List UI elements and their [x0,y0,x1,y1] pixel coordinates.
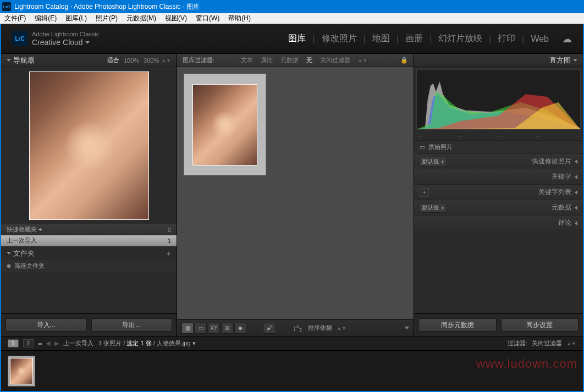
filter-lock-icon[interactable]: 🔒 [400,57,408,64]
sort-direction-icon[interactable]: ↕ª₂ [293,324,302,333]
menu-photo[interactable]: 照片(P) [91,13,122,24]
sort-label[interactable]: 排序依据 [308,324,332,332]
keyword-list-panel[interactable]: + 关键字列表 [414,184,583,200]
lrc-logo-icon: LrC [12,31,27,46]
menu-library[interactable]: 图库(L) [61,13,91,24]
filter-none-tab[interactable]: 无 [306,56,312,64]
panel-expand-icon[interactable] [575,221,577,225]
module-picker: 图库| 修改照片| 地图| 画册| 幻灯片放映| 打印| Web ☁ [284,31,572,47]
branding-line2: Creative Cloud [32,38,83,47]
module-web[interactable]: Web [526,32,553,46]
main-screen-button[interactable]: 1 [8,339,19,347]
filmstrip-thumb-image [10,358,33,384]
center-toolbar: ▦ ▭ XY ⊞ ☻ 🖌 ↕ª₂ 排序依据 ▲▼ [177,319,414,336]
collection-name: 上一次导入 [7,236,37,245]
filmstrip-filter-label: 过滤器: [508,339,527,347]
quick-develop-panel[interactable]: 默认值▲▼ 快速修改照片 [414,153,583,169]
filter-bar-label: 图库过滤器: [183,56,214,64]
people-view-button[interactable]: ☻ [234,323,246,334]
grid-view[interactable] [177,67,414,319]
original-photo-label: 原始照片 [428,143,453,151]
folders-filter-label: 筛选文件夹 [14,262,45,270]
panel-expand-icon[interactable] [575,175,577,179]
nav-back-icon[interactable]: ◀ [46,340,50,347]
nav-100[interactable]: 100% [124,57,139,64]
collection-quick[interactable]: 快捷收藏夹 + 0 [1,224,177,235]
loupe-view-button[interactable]: ▭ [195,323,207,334]
cloud-sync-icon[interactable]: ☁ [562,33,572,45]
menu-metadata[interactable]: 元数据(M) [122,13,161,24]
second-screen-button[interactable]: 2 [23,339,34,347]
folders-collapse-icon[interactable] [7,252,11,255]
panel-expand-icon[interactable] [575,190,577,195]
center-panel: 图库过滤器: 文本 属性 元数据 无 关闭过滤器 ▲▼ 🔒 ▦ ▭ XY [177,54,414,336]
identity-plate-area: LrC Adobe Lightroom Classic Creative Clo… [1,24,583,54]
painter-tool-button[interactable]: 🖌 [263,323,276,334]
branding-dropdown-icon[interactable] [85,41,90,44]
navigator-preview[interactable] [1,67,177,224]
original-photo-row[interactable]: ▭ 原始照片 [414,140,583,153]
navigator-collapse-icon[interactable] [7,59,11,62]
collection-count: 1 [168,238,171,244]
folders-title: 文件夹 [13,249,35,258]
add-keyword-icon[interactable]: + [420,188,429,197]
filmstrip-filter-value[interactable]: 关闭过滤器 [532,339,562,347]
filmstrip-thumbnail[interactable] [8,356,35,387]
grid-view-button[interactable]: ▦ [181,323,194,334]
module-book[interactable]: 画册 [401,31,427,47]
module-library[interactable]: 图库 [284,31,310,47]
module-develop[interactable]: 修改照片 [317,31,361,47]
menu-help[interactable]: 帮助(H) [224,13,255,24]
navigator-title: 导航器 [13,56,35,65]
sync-metadata-button[interactable]: 同步元数据 [418,318,497,332]
branding-line1: Adobe Lightroom Classic [32,31,99,38]
folders-add-icon[interactable]: + [167,249,171,258]
crop-icon: ▭ [420,143,425,151]
folders-header[interactable]: 文件夹 + [1,246,177,260]
filter-dot-icon [7,264,11,268]
filmstrip-grid-icon[interactable]: ▪▪▪ [38,340,41,347]
histogram-title: 直方图 [549,56,571,65]
panel-expand-icon[interactable] [575,159,577,164]
keywording-panel[interactable]: 关键字 [414,169,583,184]
grid-thumbnail[interactable] [184,74,266,175]
collection-last-import[interactable]: 上一次导入 1 [1,235,177,246]
module-map[interactable]: 地图 [368,31,394,47]
collection-name: 快捷收藏夹 + [7,225,42,234]
right-panel: 直方图 ----- ▭ 原始照片 默认值▲▼ 快速修改照片 [414,54,583,336]
sync-settings-button[interactable]: 同步设置 [501,318,579,332]
window-titlebar: LrC Lightroom Catalog - Adobe Photoshop … [0,0,584,13]
nav-300[interactable]: 300% [144,57,159,64]
folders-filter-row[interactable]: 筛选文件夹 [1,260,177,272]
app-icon-small: LrC [2,2,11,11]
metadata-panel[interactable]: 默认值▲▼ 元数据 [414,200,583,215]
panel-expand-icon[interactable] [575,206,577,210]
histogram-collapse-icon[interactable] [573,59,577,62]
filter-close[interactable]: 关闭过滤器 [320,56,350,64]
export-button[interactable]: 导出... [91,318,173,332]
menu-file[interactable]: 文件(F) [0,13,30,24]
filter-meta-tab[interactable]: 元数据 [280,56,299,64]
module-print[interactable]: 打印 [493,31,520,47]
compare-view-button[interactable]: XY [208,323,220,334]
nav-fit[interactable]: 适合 [107,56,119,64]
survey-view-button[interactable]: ⊞ [221,323,233,334]
toolbar-menu-icon[interactable] [405,327,409,329]
histogram[interactable] [416,69,581,130]
filter-text-tab[interactable]: 文本 [241,56,253,64]
thumbnail-image [192,84,257,165]
import-button[interactable]: 导入... [5,318,87,332]
sort-dropdown-icon[interactable]: ▲▼ [337,325,346,331]
nav-forward-icon[interactable]: ▶ [54,340,59,347]
filmstrip-path[interactable]: 上一次导入 1 张照片 / 选定 1 张 / 人物效果.jpg ▾ [63,339,196,347]
menu-window[interactable]: 窗口(W) [191,13,224,24]
filter-attr-tab[interactable]: 属性 [261,56,273,64]
menu-bar: 文件(F) 编辑(E) 图库(L) 照片(P) 元数据(M) 视图(V) 窗口(… [0,13,584,24]
left-panel: 导航器 适合 100% 300% ▲▼ 快捷收藏夹 + 0 上一次导入 1 文件… [1,54,177,336]
filter-preset-dropdown-icon[interactable]: ▲▼ [358,58,368,63]
menu-view[interactable]: 视图(V) [161,13,191,24]
comments-panel[interactable]: 评论 [414,215,583,230]
module-slideshow[interactable]: 幻灯片放映 [434,31,487,47]
nav-zoom-stepper-icon[interactable]: ▲▼ [161,58,171,63]
menu-edit[interactable]: 编辑(E) [30,13,61,24]
